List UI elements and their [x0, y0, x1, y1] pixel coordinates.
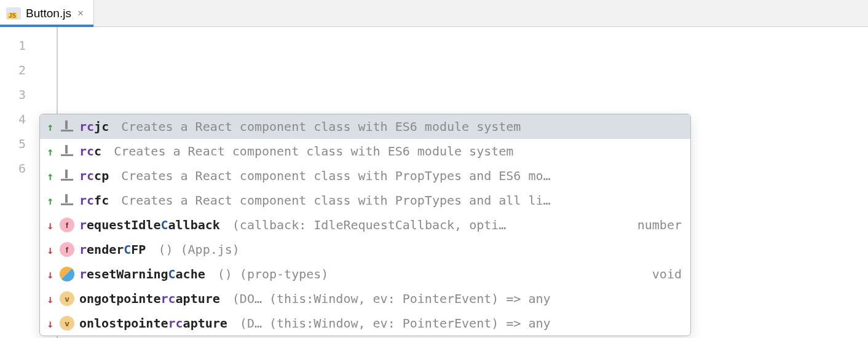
sort-up-icon: ↑ [46, 194, 55, 207]
completion-item[interactable]: ↑ rccp Creates a React component class w… [40, 163, 690, 188]
completion-desc: Creates a React component class with ES6… [121, 119, 682, 134]
completion-desc: (callback: IdleRequestCallback, opti… [232, 218, 625, 232]
line-number: 2 [0, 58, 26, 82]
line-number: 6 [0, 156, 26, 181]
line-number: 3 [0, 82, 26, 107]
template-icon [60, 145, 74, 157]
completion-desc: Creates a React component class with Pro… [121, 168, 682, 183]
completion-item[interactable]: ↑ rcfc Creates a React component class w… [40, 188, 690, 213]
sort-up-icon: ↑ [46, 170, 55, 183]
completion-desc: () (App.js) [158, 242, 682, 257]
variable-icon: v [60, 291, 74, 306]
completion-item[interactable]: ↓ v onlostpointercapture (D… (this:Windo… [40, 311, 690, 336]
completion-name: rcc [79, 144, 101, 159]
sort-down-icon: ↓ [46, 219, 55, 232]
completion-name: ongotpointercapture [79, 291, 220, 306]
template-icon [60, 120, 74, 133]
variable-icon: v [60, 316, 74, 331]
sort-up-icon: ↑ [46, 120, 55, 133]
completion-name: renderCFP [79, 242, 146, 257]
sort-up-icon: ↑ [46, 145, 55, 158]
completion-name: rcjc [79, 119, 109, 134]
completion-item[interactable]: ↓ v ongotpointercapture (DO… (this:Windo… [40, 286, 690, 311]
completion-item[interactable]: ↓ resetWarningCache () (prop-types) void [40, 262, 690, 286]
line-number: 4 [0, 107, 26, 132]
completion-desc: () (prop-types) [218, 267, 640, 281]
tab-button-js[interactable]: Button.js × [0, 0, 94, 26]
completion-name: resetWarningCache [79, 267, 205, 281]
sort-down-icon: ↓ [46, 293, 55, 305]
sort-down-icon: ↓ [46, 243, 55, 256]
sort-down-icon: ↓ [46, 268, 55, 281]
line-number: 1 [0, 33, 26, 58]
completion-type: void [652, 267, 682, 281]
completion-desc: (DO… (this:Window, ev: PointerEvent) => … [232, 291, 682, 306]
function-icon: f [60, 242, 74, 257]
misc-icon [60, 267, 74, 281]
completion-item[interactable]: ↓ f requestIdleCallback (callback: IdleR… [40, 213, 690, 237]
completion-desc: Creates a React component class with ES6… [114, 144, 682, 159]
close-tab-icon[interactable]: × [76, 7, 85, 20]
completion-item[interactable]: ↓ f renderCFP () (App.js) [40, 237, 690, 262]
completion-name: onlostpointercapture [79, 316, 227, 331]
function-icon: f [60, 218, 74, 232]
completion-item[interactable]: ↑ rcc Creates a React component class wi… [40, 139, 690, 163]
completion-name: rccp [79, 168, 109, 183]
tab-filename: Button.js [26, 7, 71, 20]
template-icon [60, 170, 74, 182]
js-file-icon [6, 7, 21, 20]
completion-name: requestIdleCallback [79, 218, 220, 232]
completion-desc: Creates a React component class with Pro… [121, 193, 682, 208]
completion-name: rcfc [79, 193, 109, 208]
gutter: 1 2 3 4 5 6 [0, 27, 34, 338]
tab-bar: Button.js × [0, 0, 868, 27]
template-icon [60, 194, 74, 206]
line-number: 5 [0, 132, 26, 156]
completion-desc: (D… (this:Window, ev: PointerEvent) => a… [240, 316, 682, 331]
completion-item[interactable]: ↑ rcjc Creates a React component class w… [40, 114, 690, 139]
completion-type: number [637, 218, 682, 232]
sort-down-icon: ↓ [46, 317, 55, 330]
completion-popup[interactable]: ↑ rcjc Creates a React component class w… [39, 114, 691, 336]
